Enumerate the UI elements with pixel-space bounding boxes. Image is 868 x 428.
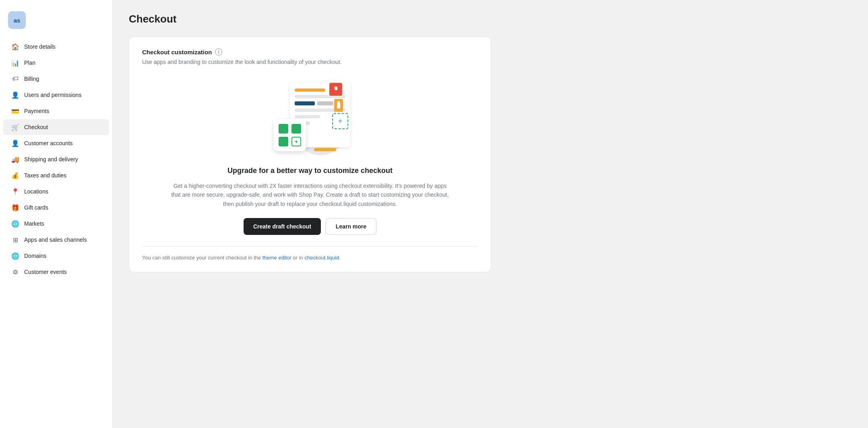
users-permissions-label: Users and permissions <box>24 92 81 98</box>
bottom-note-mid: or in <box>291 255 305 261</box>
cup-icon <box>329 83 342 96</box>
card-section-title: Checkout customization i <box>142 48 478 56</box>
billing-icon: 🏷 <box>11 75 19 83</box>
sidebar: as 🏠Store details📊Plan🏷Billing👤Users and… <box>0 0 113 428</box>
customer-accounts-label: Customer accounts <box>24 140 73 146</box>
sidebar-item-checkout[interactable]: 🛒Checkout <box>3 119 109 135</box>
checkout-liquid-link[interactable]: checkout.liquid <box>304 255 339 261</box>
app-tile-cell-2 <box>291 124 301 134</box>
sidebar-item-shipping-delivery[interactable]: 🚚Shipping and delivery <box>3 151 109 167</box>
sidebar-item-taxes-duties[interactable]: 💰Taxes and duties <box>3 167 109 183</box>
customer-events-icon: ⚙ <box>11 268 19 276</box>
payments-icon: 💳 <box>11 107 19 115</box>
main-content: Checkout Checkout customization i Use ap… <box>113 0 868 428</box>
markets-icon: 🌐 <box>11 220 19 228</box>
sidebar-item-markets[interactable]: 🌐Markets <box>3 216 109 232</box>
svg-rect-0 <box>338 101 340 102</box>
locations-label: Locations <box>24 188 48 195</box>
domains-label: Domains <box>24 253 46 259</box>
customer-accounts-icon: 👤 <box>11 139 19 147</box>
svg-rect-1 <box>337 102 340 109</box>
sidebar-item-customer-accounts[interactable]: 👤Customer accounts <box>3 135 109 151</box>
bottle-icon <box>334 99 343 112</box>
checkout-label: Checkout <box>24 124 48 130</box>
upgrade-desc: Get a higher-converting checkout with 2X… <box>169 181 451 208</box>
doc-line-orange <box>295 88 325 92</box>
gift-cards-label: Gift cards <box>24 204 48 211</box>
sidebar-item-apps-sales[interactable]: ⊞Apps and sales channels <box>3 232 109 248</box>
checkout-card: Checkout customization i Use apps and br… <box>129 37 491 272</box>
bottom-note-end: . <box>339 255 341 261</box>
plan-label: Plan <box>24 60 35 66</box>
sidebar-item-users-permissions[interactable]: 👤Users and permissions <box>3 87 109 103</box>
sidebar-item-plan[interactable]: 📊Plan <box>3 55 109 71</box>
sidebar-item-billing[interactable]: 🏷Billing <box>3 71 109 87</box>
locations-icon: 📍 <box>11 187 19 195</box>
card-subtitle: Use apps and branding to customize the l… <box>142 59 478 65</box>
store-details-label: Store details <box>24 43 56 50</box>
upgrade-title: Upgrade for a better way to customize ch… <box>142 167 478 175</box>
doc-gray-rect <box>317 101 333 105</box>
app-tile-cell-3 <box>279 137 288 146</box>
sidebar-item-gift-cards[interactable]: 🎁Gift cards <box>3 200 109 216</box>
shipping-delivery-icon: 🚚 <box>11 155 19 163</box>
theme-editor-link[interactable]: theme editor <box>262 255 291 261</box>
doc-blue-rect <box>295 101 315 105</box>
customer-events-label: Customer events <box>24 269 67 275</box>
illustration-area: + + <box>142 75 478 155</box>
button-row: Create draft checkout Learn more <box>142 218 478 235</box>
sidebar-item-customer-events[interactable]: ⚙Customer events <box>3 264 109 280</box>
sidebar-item-payments[interactable]: 💳Payments <box>3 103 109 119</box>
markets-label: Markets <box>24 220 44 227</box>
dashed-box-icon: + <box>332 113 348 129</box>
doc-line-half <box>295 115 320 118</box>
create-draft-checkout-button[interactable]: Create draft checkout <box>244 218 321 235</box>
shipping-delivery-label: Shipping and delivery <box>24 156 78 163</box>
payments-label: Payments <box>24 108 49 114</box>
domains-icon: 🌐 <box>11 252 19 260</box>
billing-label: Billing <box>24 76 39 82</box>
app-tile: + <box>274 119 306 151</box>
users-permissions-icon: 👤 <box>11 91 19 99</box>
bottom-note-text: You can still customize your current che… <box>142 255 262 261</box>
info-icon[interactable]: i <box>215 48 222 56</box>
apps-sales-icon: ⊞ <box>11 236 19 244</box>
sidebar-item-locations[interactable]: 📍Locations <box>3 183 109 200</box>
checkout-icon: 🛒 <box>11 123 19 131</box>
sidebar-nav: 🏠Store details📊Plan🏷Billing👤Users and pe… <box>0 39 112 280</box>
front-orange-line <box>314 148 336 151</box>
sidebar-item-domains[interactable]: 🌐Domains <box>3 248 109 264</box>
plan-icon: 📊 <box>11 59 19 67</box>
taxes-duties-label: Taxes and duties <box>24 172 66 179</box>
checkout-customization-label: Checkout customization <box>142 49 212 56</box>
app-tile-cell-1 <box>279 124 288 134</box>
avatar-container: as <box>0 6 112 39</box>
taxes-duties-icon: 💰 <box>11 171 19 179</box>
apps-sales-label: Apps and sales channels <box>24 237 87 243</box>
page-title: Checkout <box>129 13 852 25</box>
checkout-illustration: + + <box>266 75 354 155</box>
avatar[interactable]: as <box>8 11 26 29</box>
bottom-note: You can still customize your current che… <box>142 246 478 261</box>
sidebar-item-store-details[interactable]: 🏠Store details <box>3 39 109 55</box>
learn-more-button[interactable]: Learn more <box>326 218 376 235</box>
store-details-icon: 🏠 <box>11 43 19 51</box>
app-tile-cell-add: + <box>291 137 301 146</box>
gift-cards-icon: 🎁 <box>11 204 19 212</box>
